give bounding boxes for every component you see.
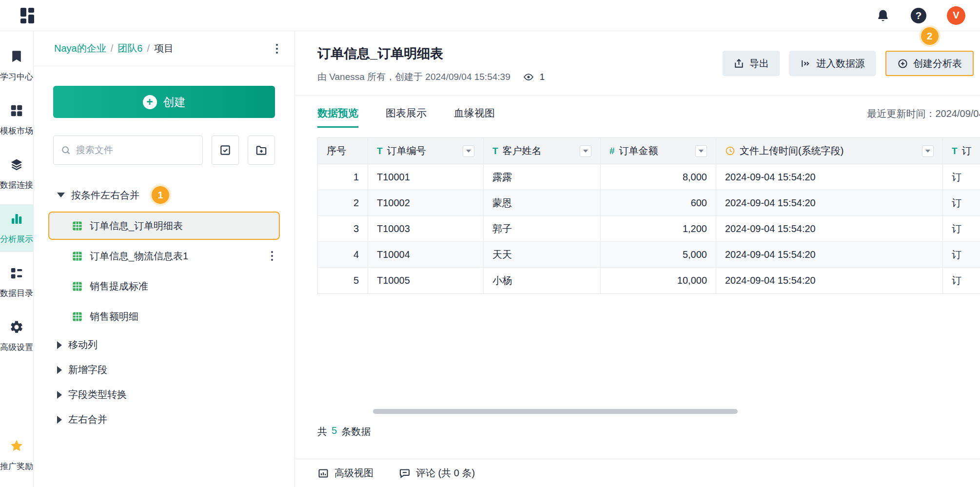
- total-prefix: 共: [317, 425, 327, 438]
- enter-datasource-icon: [800, 58, 811, 69]
- header-label: 序号: [327, 144, 346, 157]
- header-label: 文件上传时间(系统字段): [740, 144, 843, 157]
- main-header: 订单信息_订单明细表 由 Vanessa 所有，创建于 2024/09/04 1…: [295, 31, 980, 96]
- enter-datasource-button[interactable]: 进入数据源: [789, 51, 876, 76]
- tree-item-logistics-table[interactable]: 订单信息_物流信息表1: [48, 242, 280, 270]
- tree-group-label: 移动列: [68, 338, 98, 351]
- nav-item-analysis-display[interactable]: 分析展示: [0, 204, 33, 252]
- column-dropdown-icon[interactable]: [695, 145, 707, 157]
- column-dropdown-icon[interactable]: [463, 145, 474, 157]
- advanced-view-button[interactable]: 高级视图: [317, 467, 373, 480]
- nav-label: 分析展示: [0, 234, 33, 245]
- app-logo-icon[interactable]: [20, 8, 34, 23]
- expand-arrow-icon: [57, 366, 62, 374]
- screen: ? V 学习中心 模板市场 数据连接: [0, 0, 980, 487]
- select-mode-button[interactable]: [212, 136, 239, 165]
- views-count: 1: [540, 72, 545, 82]
- nav-item-promotion-rewards[interactable]: 推广奖励: [0, 431, 33, 479]
- folder-plus-icon: [255, 144, 268, 156]
- tree-item-order-detail-table[interactable]: 订单信息_订单明细表: [48, 212, 280, 240]
- tab-lineage-view[interactable]: 血缘视图: [454, 106, 495, 128]
- cell-customer-name: 小杨: [484, 268, 601, 293]
- advanced-view-label: 高级视图: [334, 467, 373, 480]
- tab-chart-display[interactable]: 图表展示: [386, 106, 427, 128]
- cell-index: 4: [318, 242, 368, 268]
- export-button[interactable]: 导出: [723, 51, 780, 76]
- export-label: 导出: [749, 57, 769, 70]
- help-icon[interactable]: ?: [911, 8, 926, 23]
- column-dropdown-icon[interactable]: [922, 145, 934, 157]
- cell-order-amount: 10,000: [601, 268, 716, 293]
- header-label: 订: [962, 144, 972, 157]
- cell-customer-name: 天天: [484, 242, 601, 268]
- tree-group-merge-by-condition[interactable]: 按条件左右合并 1: [34, 180, 294, 210]
- tree-item-sales-detail[interactable]: 销售额明细: [48, 302, 280, 331]
- analysis-chart-icon: [9, 212, 24, 229]
- enter-datasource-label: 进入数据源: [816, 57, 865, 70]
- nav-item-template-market[interactable]: 模板市场: [0, 96, 33, 144]
- nav-item-learning-center[interactable]: 学习中心: [0, 42, 33, 90]
- cell-order-amount: 1,200: [601, 216, 716, 242]
- nav-label: 推广奖励: [0, 461, 33, 472]
- breadcrumb-menu-icon[interactable]: [274, 42, 280, 56]
- table-row[interactable]: 1 T10001 露露 8,000 2024-09-04 15:54:20 订: [318, 164, 980, 190]
- body-row: 学习中心 模板市场 数据连接 分析展示: [0, 31, 980, 487]
- create-button[interactable]: + 创建: [53, 86, 275, 118]
- text-type-icon: T: [492, 146, 498, 156]
- tree-group-label: 新增字段: [68, 363, 107, 376]
- tree-group-move-column[interactable]: 移动列: [34, 332, 294, 357]
- cell-index: 1: [318, 164, 368, 190]
- table-row[interactable]: 4 T10004 天天 5,000 2024-09-04 15:54:20 订: [318, 242, 980, 268]
- tree-group-left-right-merge[interactable]: 左右合并: [34, 407, 294, 432]
- cell-order-amount: 8,000: [601, 164, 716, 190]
- search-field[interactable]: [76, 145, 196, 156]
- cell-partial: 订: [943, 190, 980, 216]
- views-eye-icon: [523, 72, 534, 82]
- cell-customer-name: 露露: [484, 164, 601, 190]
- cell-order-code: T10004: [368, 242, 484, 268]
- create-analysis-label: 创建分析表: [913, 57, 962, 70]
- data-catalog-icon: [9, 266, 24, 283]
- table-row[interactable]: 3 T10003 郭子 1,200 2024-09-04 15:54:20 订: [318, 216, 980, 242]
- table-row[interactable]: 2 T10002 蒙恩 600 2024-09-04 15:54:20 订: [318, 190, 980, 216]
- learning-center-icon: [9, 49, 24, 66]
- create-analysis-button[interactable]: 2 创建分析表: [885, 51, 974, 76]
- new-folder-button[interactable]: [248, 136, 275, 165]
- horizontal-scrollbar[interactable]: [373, 409, 738, 414]
- action-buttons: 导出 进入数据源 2 创建分析表 编辑: [723, 51, 980, 76]
- cell-partial: 订: [943, 216, 980, 242]
- nav-item-advanced-settings[interactable]: 高级设置: [0, 312, 33, 360]
- table-icon: [72, 220, 83, 232]
- last-updated-time: 最近更新时间：2024/09/04 15:54:41: [867, 107, 980, 120]
- tree-item-commission-standard[interactable]: 销售提成标准: [48, 272, 280, 300]
- nav-label: 高级设置: [0, 342, 33, 353]
- app-navigation: 学习中心 模板市场 数据连接 分析展示: [0, 31, 34, 487]
- search-row: [53, 136, 275, 165]
- cell-partial: 订: [943, 268, 980, 293]
- tab-data-preview[interactable]: 数据预览: [317, 106, 358, 128]
- tree-group-field-type-convert[interactable]: 字段类型转换: [34, 382, 294, 407]
- header-label: 客户姓名: [503, 144, 542, 157]
- breadcrumb-team-link[interactable]: 团队6: [118, 42, 142, 55]
- clock-icon: [725, 146, 735, 156]
- breadcrumb-org-link[interactable]: Naya的企业: [54, 42, 106, 55]
- user-avatar[interactable]: V: [947, 6, 965, 25]
- header-order-amount: # 订单金额: [601, 138, 716, 164]
- collapse-arrow-icon: [57, 193, 65, 197]
- data-connection-icon: [9, 157, 24, 175]
- tree-item-label: 订单信息_订单明细表: [90, 219, 183, 233]
- nav-item-data-catalog[interactable]: 数据目录: [0, 258, 33, 306]
- tree-group-new-field[interactable]: 新增字段: [34, 357, 294, 382]
- nav-item-data-connection[interactable]: 数据连接: [0, 150, 33, 198]
- table-row[interactable]: 5 T10005 小杨 10,000 2024-09-04 15:54:20 订: [318, 268, 980, 293]
- notifications-bell-icon[interactable]: [876, 8, 890, 23]
- nav-label: 数据连接: [0, 179, 33, 191]
- total-suffix: 条数据: [341, 425, 371, 438]
- search-icon: [60, 145, 71, 156]
- search-input[interactable]: [53, 136, 203, 165]
- item-menu-icon[interactable]: [269, 249, 274, 263]
- owner-meta: 由 Vanessa 所有，创建于 2024/09/04 15:54:39: [317, 71, 510, 83]
- column-dropdown-icon[interactable]: [580, 145, 591, 157]
- breadcrumb: Naya的企业 / 团队6 / 项目: [34, 31, 294, 66]
- comments-button[interactable]: 评论 (共 0 条): [399, 467, 475, 480]
